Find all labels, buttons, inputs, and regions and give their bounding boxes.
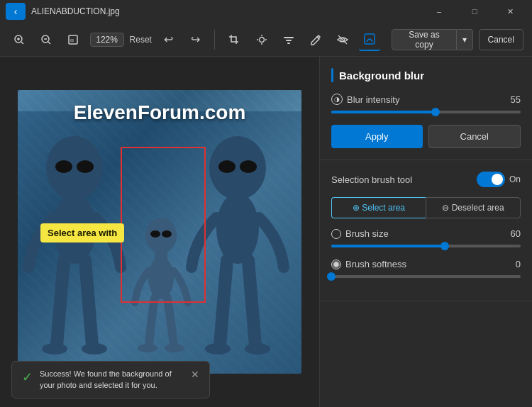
brush-size-label-row: Brush size 60	[331, 228, 521, 239]
svg-rect-25	[67, 196, 82, 214]
section-accent	[331, 68, 333, 82]
redo-icon: ↪	[191, 33, 200, 46]
image-area: ElevenForum.com	[0, 57, 319, 407]
title-bar: ‹ ALIENABDUCTION.jpg – □ ✕	[0, 0, 532, 23]
svg-rect-15	[286, 40, 292, 41]
background-button[interactable]	[359, 28, 380, 51]
watermark-text: ElevenForum.com	[18, 101, 301, 124]
brush-size-value: 60	[511, 228, 521, 239]
redeye-button[interactable]	[332, 28, 353, 51]
brush-size-fill	[331, 245, 445, 247]
notification-close-button[interactable]: ✕	[191, 369, 199, 380]
svg-rect-39	[231, 196, 245, 214]
selection-box	[121, 147, 206, 303]
brush-softness-thumb[interactable]	[327, 272, 336, 281]
right-panel: Background blur ◑ Blur intensity 55	[319, 57, 532, 407]
brush-softness-row: Brush softness 0	[331, 259, 521, 278]
selection-brush-section: Selection brush tool On ⊕ Select area ⊖ …	[320, 160, 532, 301]
save-copy-group: Save as copy ▾	[392, 29, 472, 50]
toggle-switch[interactable]: On	[477, 172, 521, 187]
zoom-out-button[interactable]	[35, 28, 57, 51]
brush-softness-icon	[331, 260, 341, 269]
svg-point-9	[259, 37, 264, 42]
brush-softness-value: 0	[516, 259, 521, 269]
toggle-on-label: On	[509, 174, 521, 184]
svg-point-35	[209, 136, 266, 200]
undo-button[interactable]: ↩	[157, 28, 179, 51]
minimize-button[interactable]: –	[423, 0, 455, 23]
background-blur-section: Background blur ◑ Blur intensity 55	[320, 57, 532, 160]
blur-intensity-track[interactable]	[331, 111, 521, 113]
reset-button[interactable]: Reset	[130, 28, 152, 51]
brightness-button[interactable]	[250, 28, 272, 51]
brightness-icon	[256, 34, 267, 45]
svg-point-37	[240, 160, 257, 173]
blur-label-row: ◑ Blur intensity 55	[331, 94, 521, 105]
back-icon: ‹	[14, 6, 18, 17]
brush-size-label: Brush size	[331, 228, 389, 239]
save-copy-button[interactable]: Save as copy	[392, 29, 456, 50]
svg-rect-14	[284, 37, 294, 38]
save-copy-dropdown[interactable]: ▾	[457, 29, 473, 50]
filter-icon	[283, 34, 294, 45]
svg-point-36	[218, 160, 235, 173]
svg-point-31	[138, 344, 157, 352]
zoom-out-icon	[40, 34, 52, 45]
svg-line-6	[48, 42, 50, 44]
back-button[interactable]: ‹	[6, 3, 26, 20]
markup-button[interactable]	[305, 28, 326, 51]
svg-text:⊞: ⊞	[70, 38, 74, 43]
notification-text: Success! We found the background of your…	[40, 369, 184, 391]
background-icon	[364, 33, 375, 45]
window-controls: – □ ✕	[423, 0, 526, 23]
svg-rect-16	[287, 43, 290, 44]
main-content: ElevenForum.com	[0, 57, 532, 407]
fit-button[interactable]: ⊞	[62, 28, 84, 51]
zoom-in-button[interactable]	[9, 28, 30, 51]
brush-softness-label-row: Brush softness 0	[331, 259, 521, 269]
blur-intensity-label: ◑ Blur intensity	[331, 94, 399, 105]
window-title: ALIENABDUCTION.jpg	[31, 6, 120, 16]
cancel-toolbar-button[interactable]: Cancel	[479, 29, 523, 50]
zoom-in-icon	[13, 34, 25, 45]
redeye-icon	[337, 34, 348, 45]
deselect-area-button[interactable]: ⊖ Deselect area	[426, 197, 521, 218]
zoom-level[interactable]: 122%	[90, 33, 124, 47]
svg-point-40	[205, 343, 231, 355]
tooltip-label: Select area with	[40, 223, 124, 242]
select-area-button[interactable]: ⊕ Select area	[331, 197, 426, 218]
redo-button[interactable]: ↪	[184, 28, 206, 51]
svg-point-41	[245, 343, 270, 355]
brush-softness-label: Brush softness	[331, 259, 406, 269]
cancel-panel-button[interactable]: Cancel	[428, 125, 521, 148]
chevron-down-icon: ▾	[462, 35, 467, 45]
markup-icon	[310, 34, 321, 45]
svg-point-21	[46, 136, 103, 200]
undo-icon: ↩	[164, 33, 173, 46]
brush-size-icon	[331, 229, 341, 239]
selection-brush-label: Selection brush tool	[331, 174, 412, 185]
close-button[interactable]: ✕	[494, 0, 526, 23]
toggle-control[interactable]	[477, 172, 505, 187]
section-header: Background blur	[331, 68, 521, 82]
brush-softness-track[interactable]	[331, 275, 521, 278]
brush-size-thumb[interactable]	[440, 242, 449, 250]
blur-intensity-value: 55	[511, 94, 521, 105]
blur-intensity-fill	[331, 111, 436, 113]
apply-button[interactable]: Apply	[331, 125, 423, 148]
title-bar-left: ‹ ALIENABDUCTION.jpg	[6, 3, 120, 20]
svg-point-27	[82, 343, 107, 355]
fit-icon: ⊞	[67, 34, 79, 45]
svg-point-32	[165, 344, 184, 352]
filter-button[interactable]	[278, 28, 299, 51]
crop-button[interactable]	[223, 28, 245, 51]
maximize-button[interactable]: □	[458, 0, 491, 23]
blur-intensity-thumb[interactable]	[431, 108, 440, 116]
svg-point-26	[42, 343, 67, 355]
crop-icon	[228, 34, 240, 45]
svg-point-23	[77, 160, 94, 173]
brush-size-row: Brush size 60	[331, 228, 521, 247]
image-canvas: ElevenForum.com	[18, 90, 301, 374]
success-icon: ✓	[22, 369, 33, 385]
brush-size-track[interactable]	[331, 245, 521, 247]
